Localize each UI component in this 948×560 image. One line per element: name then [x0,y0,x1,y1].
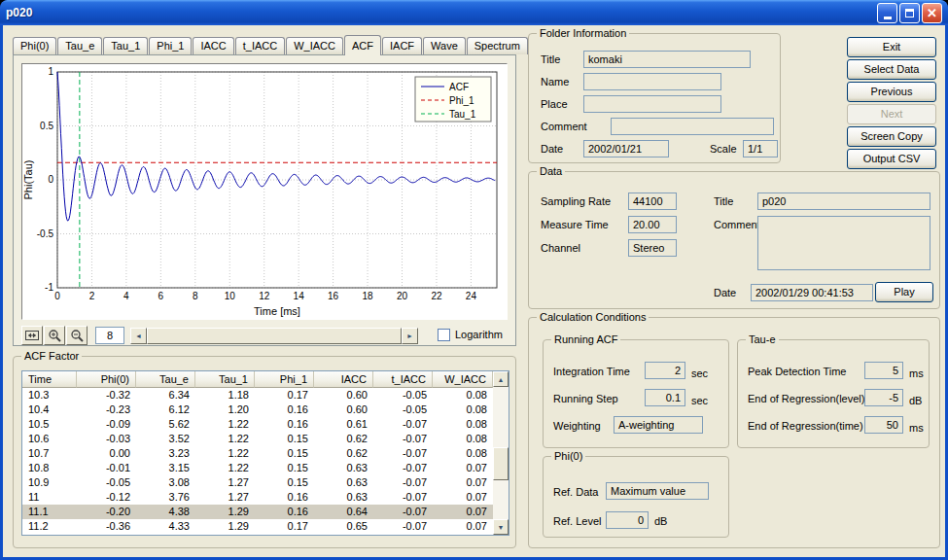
table-cell: 10.6 [22,432,77,446]
table-cell: 1.22 [195,461,255,475]
table-row[interactable]: 10.9-0.053.081.270.150.63-0.070.07 [22,475,509,490]
zoom-out-button[interactable] [66,326,88,345]
data-date-field[interactable]: 2002/01/29 00:41:53 [751,284,873,301]
tab-spectrum[interactable]: Spectrum [467,37,528,54]
tab-iacc[interactable]: IACC [193,37,233,54]
data-group-label: Data [537,165,565,178]
folder-name-field[interactable] [583,73,721,90]
sampling-rate-field[interactable]: 44100 [628,192,677,210]
folder-scale-field[interactable]: 1/1 [743,140,778,158]
chart-horizontal-scrollbar[interactable]: ◄ ► [130,328,418,344]
running-acf-group-label: Running ACF [551,333,620,346]
table-row[interactable]: 10.8-0.013.151.220.150.63-0.070.07 [22,461,509,475]
next-button[interactable]: Next [847,104,936,124]
svg-text:2: 2 [89,291,95,301]
integration-time-field[interactable]: 2 [645,362,685,379]
peak-detection-field[interactable]: 5 [864,362,903,379]
table-row[interactable]: 11.1-0.204.381.290.160.64-0.070.07 [22,505,509,519]
logarithm-checkbox[interactable] [438,329,450,341]
folder-place-field[interactable] [583,95,721,113]
folder-comment-field[interactable] [611,118,774,135]
tab-wave[interactable]: Wave [423,37,466,54]
table-cell: 11 [22,490,77,505]
titlebar[interactable]: p020 ✕ [0,0,948,25]
app-window: p020 ✕ Phi(0)Tau_eTau_1Phi_1IACCt_IACCW_… [0,0,948,560]
folder-comment-label: Comment [541,121,587,132]
close-button[interactable]: ✕ [922,3,942,23]
column-header-tau-1[interactable]: Tau_1 [195,371,255,388]
table-row[interactable]: 10.3-0.326.341.180.170.60-0.050.08 [22,388,509,402]
tab-tau-1[interactable]: Tau_1 [103,37,148,54]
ref-data-field[interactable]: Maximum value [606,482,709,500]
select-data-button[interactable]: Select Data [847,59,936,80]
table-cell: 5.62 [136,417,195,432]
tab-strip: Phi(0)Tau_eTau_1Phi_1IACCt_IACCW_IACCACF… [13,34,529,54]
folder-date-field[interactable]: 2002/01/21 [583,140,669,158]
eor-level-field[interactable]: -5 [864,389,903,406]
screen-copy-button[interactable]: Screen Copy [847,126,936,147]
column-header-t-iacc[interactable]: t_IACC [373,371,433,388]
exit-button[interactable]: Exit [847,37,936,57]
column-header-phi-0-[interactable]: Phi(0) [77,371,136,388]
table-cell: -0.05 [373,388,433,402]
scroll-right-button[interactable]: ► [402,328,418,344]
svg-text:Tau_1: Tau_1 [449,109,476,120]
play-button[interactable]: Play [875,282,933,302]
table-row[interactable]: 11-0.123.761.270.160.63-0.070.07 [22,490,509,505]
scale-input[interactable] [95,327,124,344]
eor-time-field[interactable]: 50 [864,416,903,434]
tab-iacf[interactable]: IACF [382,37,422,54]
output-csv-button[interactable]: Output CSV [847,149,936,169]
table-row[interactable]: 11.2-0.364.331.290.170.65-0.070.07 [22,519,509,534]
tab-phi-0-[interactable]: Phi(0) [13,37,56,54]
vertical-scroll-thumb[interactable] [493,447,509,480]
table-cell: 3.23 [136,446,195,461]
column-header-phi-1[interactable]: Phi_1 [255,371,314,388]
fit-view-button[interactable] [21,326,43,345]
table-row[interactable]: 10.6-0.033.521.220.150.62-0.070.08 [22,432,509,446]
column-header-w-iacc[interactable]: W_IACC [433,371,493,388]
acf-factor-group-label: ACF Factor [21,350,82,363]
horizontal-scroll-thumb[interactable] [147,328,402,344]
scroll-up-button[interactable]: ▲ [493,371,509,387]
eor-level-unit: dB [909,395,922,406]
column-header-time[interactable]: Time [22,371,77,388]
tab-w-iacc[interactable]: W_IACC [286,37,343,54]
tab-acf[interactable]: ACF [344,35,381,55]
running-step-field[interactable]: 0.1 [645,389,685,406]
table-cell: -0.07 [373,446,433,461]
svg-text:4: 4 [123,291,129,301]
table-cell: -0.07 [373,490,433,505]
data-date-label: Date [714,287,736,298]
ref-level-field[interactable]: 0 [606,511,649,529]
svg-text:0: 0 [48,174,53,185]
channel-field[interactable]: Stereo [628,239,677,257]
zoom-in-button[interactable] [44,326,65,345]
table-cell: -0.12 [77,490,136,505]
data-title-field[interactable]: p020 [757,192,930,210]
scroll-down-button[interactable]: ▼ [493,519,509,535]
scroll-left-button[interactable]: ◄ [130,328,147,344]
table-row[interactable]: 10.4-0.236.121.200.160.60-0.050.08 [22,402,509,417]
table-cell: 0.15 [255,432,314,446]
tab-t-iacc[interactable]: t_IACC [235,37,285,54]
measure-time-field[interactable]: 20.00 [628,216,677,233]
table-vertical-scrollbar[interactable]: ▲ ▼ [493,371,509,535]
calc-conditions-group: Calculation Conditions Running ACF Integ… [528,317,940,548]
previous-button[interactable]: Previous [847,82,936,102]
phi0-group: Phi(0) Ref. Data Maximum value Ref. Leve… [543,456,729,538]
table-row[interactable]: 10.70.003.231.220.150.62-0.070.08 [22,446,509,461]
table-cell: 0.07 [433,519,493,534]
folder-title-field[interactable]: komaki [583,51,751,68]
table-cell: 6.34 [136,388,195,402]
maximize-button[interactable] [899,3,920,23]
column-header-tau-e[interactable]: Tau_e [136,371,195,388]
data-comment-field[interactable] [757,216,930,270]
weighting-field[interactable]: A-weighting [614,416,703,434]
table-row[interactable]: 10.5-0.095.621.220.160.61-0.070.08 [22,417,509,432]
tab-tau-e[interactable]: Tau_e [57,37,102,54]
table-cell: 0.16 [255,490,314,505]
column-header-iacc[interactable]: IACC [314,371,373,388]
minimize-button[interactable] [877,3,897,23]
tab-phi-1[interactable]: Phi_1 [149,37,192,54]
